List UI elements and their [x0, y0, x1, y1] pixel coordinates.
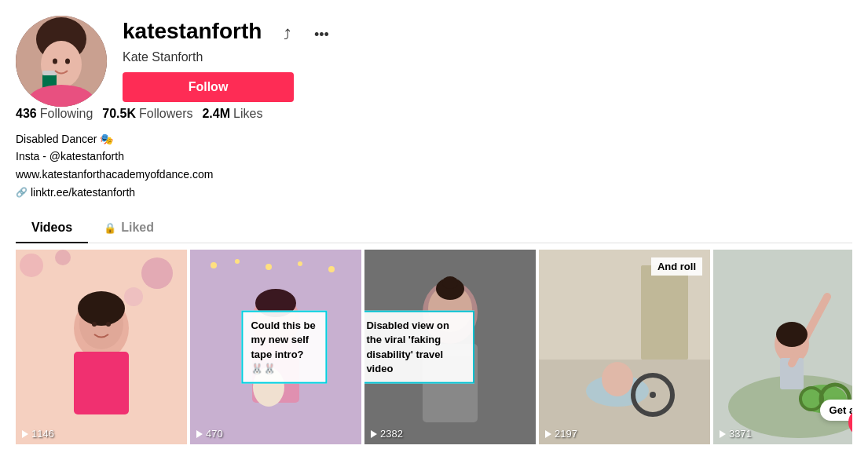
likes-stat: 2.4M Likes	[202, 107, 262, 121]
follow-button[interactable]: Follow	[123, 72, 294, 102]
svg-point-16	[78, 291, 125, 326]
video-3-overlay: Disabled view on the viral 'faking disab…	[364, 311, 474, 384]
svg-point-12	[124, 287, 143, 306]
svg-rect-4	[42, 71, 57, 75]
video-thumb-4[interactable]: And roll 2197	[539, 250, 710, 444]
username: katestanforth	[123, 18, 262, 45]
svg-point-9	[20, 254, 43, 277]
bio-section: Disabled Dancer 🎭 Insta - @katestanforth…	[16, 130, 852, 199]
svg-point-22	[266, 264, 272, 270]
svg-rect-40	[641, 265, 688, 360]
svg-point-50	[776, 322, 808, 347]
share-button[interactable]: ⤴	[274, 22, 299, 47]
svg-point-24	[328, 266, 335, 272]
more-button[interactable]: •••	[309, 22, 334, 47]
svg-point-18	[106, 322, 111, 327]
profile-info: katestanforth ⤴ ••• Kate Stanforth Follo…	[123, 16, 852, 102]
tab-videos[interactable]: Videos	[16, 213, 88, 243]
video-thumb-3[interactable]: Disabled view on the viral 'faking disab…	[364, 250, 536, 444]
tab-liked[interactable]: 🔒 Liked	[88, 213, 170, 243]
video-thumb-2[interactable]: Could this be my new self tape intro? 🐰🐰…	[190, 250, 361, 444]
svg-point-11	[141, 257, 173, 289]
bio-line-1: Disabled Dancer 🎭	[16, 130, 852, 148]
bio-link-text: linktr.ee/katestanforth	[31, 186, 135, 199]
display-name: Kate Stanforth	[123, 50, 852, 64]
bio-line-3: www.katestanforthacademyofdance.com	[16, 166, 852, 183]
avatar	[16, 16, 107, 107]
video-1-play-count: 1146	[22, 428, 54, 440]
stats-row: 436 Following 70.5K Followers 2.4M Likes	[16, 107, 852, 121]
following-stat: 436 Following	[16, 107, 93, 121]
svg-point-23	[298, 261, 302, 266]
followers-stat: 70.5K Followers	[102, 107, 192, 121]
likes-label: Likes	[233, 107, 262, 121]
following-count: 436	[16, 107, 37, 121]
svg-point-21	[235, 259, 240, 264]
video-2-play-count: 470	[196, 428, 223, 440]
play-icon	[22, 430, 28, 438]
link-icon: 🔗	[16, 187, 27, 198]
play-icon-4	[545, 430, 551, 438]
following-label: Following	[40, 107, 93, 121]
svg-point-20	[211, 262, 217, 268]
profile-header: katestanforth ⤴ ••• Kate Stanforth Follo…	[16, 16, 852, 107]
play-icon-2	[196, 430, 203, 438]
followers-label: Followers	[139, 107, 192, 121]
svg-point-42	[602, 362, 633, 396]
video-thumb-1[interactable]: 1146	[16, 250, 187, 444]
video-3-play-count: 2382	[371, 428, 403, 440]
svg-point-6	[65, 59, 70, 64]
video-5-play-count: 3371	[720, 428, 752, 440]
svg-point-5	[53, 59, 57, 64]
play-icon-3	[371, 430, 377, 438]
followers-count: 70.5K	[102, 107, 136, 121]
video-2-overlay: Could this be my new self tape intro? 🐰🐰	[241, 311, 327, 384]
tabs: Videos 🔒 Liked	[16, 213, 852, 243]
username-row: katestanforth ⤴ •••	[123, 16, 852, 47]
svg-point-10	[55, 250, 71, 265]
play-icon-5	[720, 430, 726, 438]
profile-section: katestanforth ⤴ ••• Kate Stanforth Follo…	[0, 0, 868, 444]
svg-point-35	[442, 276, 458, 289]
lock-icon: 🔒	[104, 222, 116, 234]
bio-link[interactable]: 🔗 linktr.ee/katestanforth	[16, 186, 852, 199]
svg-point-44	[650, 392, 656, 398]
video-4-overlay-label: And roll	[651, 257, 702, 276]
get-app-badge[interactable]: Get app	[820, 400, 852, 421]
video-4-play-count: 2197	[545, 428, 577, 440]
header-actions: ⤴ •••	[274, 22, 334, 47]
video-thumb-5[interactable]: Get app ↑ 3371	[713, 250, 852, 444]
likes-count: 2.4M	[202, 107, 230, 121]
svg-rect-14	[74, 352, 129, 414]
bio-line-2: Insta - @katestanforth	[16, 148, 852, 165]
svg-point-17	[92, 322, 97, 327]
videos-grid: 1146 Could th	[16, 243, 852, 444]
